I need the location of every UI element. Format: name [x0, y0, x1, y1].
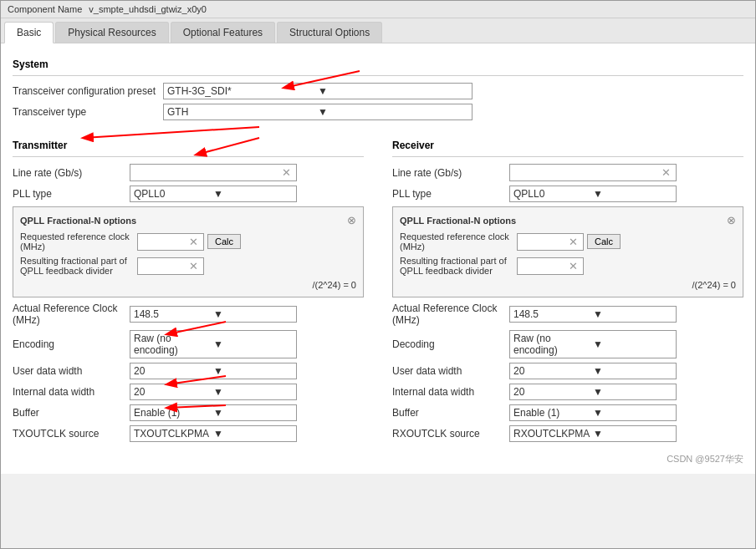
rx-req-ref-clock-label: Requested reference clock (MHz): [400, 231, 517, 252]
rx-formula: /(2^24) = 0: [400, 280, 736, 290]
tx-frac-part-label: Resulting fractional part of QPLL feedba…: [20, 256, 137, 276]
tx-user-data-width-select[interactable]: 20 ▼: [130, 363, 297, 379]
chevron-down-icon: ▼: [593, 338, 672, 350]
transceiver-type-row: Transceiver type GTH ▼: [13, 104, 743, 120]
tx-line-rate-input-wrap: 2.97 ✕: [130, 164, 297, 181]
tx-req-ref-clock-input[interactable]: 156.25: [141, 236, 187, 247]
tx-pll-type-select[interactable]: QPLL0 ▼: [130, 186, 297, 202]
tab-basic[interactable]: Basic: [4, 22, 54, 43]
tx-req-ref-clock-label: Requested reference clock (MHz): [20, 231, 137, 252]
tab-bar: Basic Physical Resources Optional Featur…: [1, 18, 755, 43]
rx-user-data-width-select[interactable]: 20 ▼: [509, 363, 677, 379]
rx-actual-ref-row: Actual Reference Clock (MHz) 148.5 ▼: [392, 302, 743, 326]
tx-txoutclk-row: TXOUTCLK source TXOUTCLKPMA ▼: [13, 425, 364, 442]
tx-qpll-box: QPLL Fractional-N options ⊗ Requested re…: [13, 206, 364, 297]
rx-line-rate-input-wrap: 2.97 ✕: [509, 164, 677, 181]
tx-line-rate-label: Line rate (Gb/s): [13, 167, 130, 179]
tx-encoding-select[interactable]: Raw (no encoding) ▼: [130, 330, 297, 358]
transmitter-receiver-layout: Transmitter Line rate (Gb/s) 2.97 ✕ PLL …: [13, 133, 743, 446]
tx-qpll-title-row: QPLL Fractional-N options ⊗: [20, 214, 356, 226]
tx-buffer-label: Buffer: [13, 407, 130, 419]
component-name-value: v_smpte_uhdsdi_gtwiz_x0y0: [89, 4, 207, 14]
tx-frac-part-input[interactable]: 0: [141, 261, 187, 271]
transceiver-type-label: Transceiver type: [13, 106, 163, 118]
rx-rxoutclk-row: RXOUTCLK source RXOUTCLKPMA ▼: [392, 425, 743, 442]
tx-req-ref-clock-row: Requested reference clock (MHz) 156.25 ✕…: [20, 231, 356, 252]
chevron-down-icon: ▼: [593, 407, 672, 419]
chevron-down-icon: ▼: [318, 85, 468, 97]
chevron-down-icon: ▼: [593, 308, 672, 320]
tx-line-rate-input[interactable]: 2.97: [134, 167, 280, 179]
tx-internal-data-width-row: Internal data width 20 ▼: [13, 384, 364, 400]
rx-qpll-title: QPLL Fractional-N options: [400, 216, 516, 226]
tx-req-ref-clock-field: 156.25 ✕: [137, 233, 204, 251]
transmitter-col: Transmitter Line rate (Gb/s) 2.97 ✕ PLL …: [13, 133, 364, 446]
rx-req-ref-clear-icon[interactable]: ✕: [567, 236, 580, 248]
tx-qpll-collapse-icon[interactable]: ⊗: [347, 214, 356, 226]
tx-user-data-width-label: User data width: [13, 365, 130, 377]
component-name-label: Component Name: [8, 4, 82, 14]
tx-req-ref-clock-input-wrap: 156.25 ✕ Calc: [137, 233, 241, 251]
tx-internal-data-width-select[interactable]: 20 ▼: [130, 384, 297, 400]
rx-line-rate-label: Line rate (Gb/s): [392, 167, 509, 179]
transceiver-type-select[interactable]: GTH ▼: [163, 104, 472, 120]
tx-pll-type-row: PLL type QPLL0 ▼: [13, 186, 364, 202]
rx-rxoutclk-select[interactable]: RXOUTCLKPMA ▼: [509, 425, 677, 442]
rx-rxoutclk-label: RXOUTCLK source: [392, 428, 509, 440]
transceiver-preset-select[interactable]: GTH-3G_SDI* ▼: [163, 83, 472, 99]
system-section-title: System: [13, 58, 743, 70]
rx-req-ref-clock-input[interactable]: 156.25: [521, 236, 567, 247]
rx-calc-button[interactable]: Calc: [587, 234, 621, 249]
title-bar: Component Name v_smpte_uhdsdi_gtwiz_x0y0: [1, 1, 755, 18]
chevron-down-icon: ▼: [213, 338, 293, 350]
rx-pll-type-select[interactable]: QPLL0 ▼: [509, 186, 677, 202]
receiver-col: Receiver Line rate (Gb/s) 2.97 ✕ PLL typ…: [392, 133, 743, 446]
watermark: CSDN @9527华安: [13, 453, 743, 465]
tx-qpll-title: QPLL Fractional-N options: [20, 216, 136, 226]
tab-physical-resources[interactable]: Physical Resources: [55, 22, 168, 43]
rx-internal-data-width-row: Internal data width 20 ▼: [392, 384, 743, 400]
rx-internal-data-width-select[interactable]: 20 ▼: [509, 384, 677, 400]
rx-frac-part-label: Resulting fractional part of QPLL feedba…: [400, 256, 517, 276]
tx-actual-ref-select[interactable]: 148.5 ▼: [130, 306, 297, 323]
tx-encoding-row: Encoding Raw (no encoding) ▼: [13, 330, 364, 358]
tx-buffer-row: Buffer Enable (1) ▼: [13, 404, 364, 421]
chevron-down-icon: ▼: [593, 188, 672, 200]
rx-buffer-select[interactable]: Enable (1) ▼: [509, 404, 677, 421]
rx-line-rate-input[interactable]: 2.97: [513, 167, 660, 179]
chevron-down-icon: ▼: [213, 188, 293, 200]
chevron-down-icon: ▼: [593, 386, 672, 398]
receiver-section-title: Receiver: [392, 140, 743, 151]
tab-content: System Transceiver configuration preset …: [1, 43, 755, 474]
transceiver-preset-row: Transceiver configuration preset GTH-3G_…: [13, 83, 743, 99]
tx-txoutclk-select[interactable]: TXOUTCLKPMA ▼: [130, 425, 297, 442]
rx-buffer-label: Buffer: [392, 407, 509, 419]
rx-req-ref-clock-field: 156.25 ✕: [517, 233, 584, 251]
chevron-down-icon: ▼: [213, 386, 293, 398]
rx-qpll-collapse-icon[interactable]: ⊗: [727, 214, 736, 226]
rx-pll-type-row: PLL type QPLL0 ▼: [392, 186, 743, 202]
rx-decoding-select[interactable]: Raw (no encoding) ▼: [509, 330, 677, 358]
rx-frac-clear-icon[interactable]: ✕: [567, 260, 580, 272]
tx-frac-clear-icon[interactable]: ✕: [187, 260, 200, 272]
tx-calc-button[interactable]: Calc: [207, 234, 241, 249]
tx-frac-part-field: 0 ✕: [137, 257, 204, 275]
tx-actual-ref-label: Actual Reference Clock (MHz): [13, 302, 130, 326]
transmitter-section-title: Transmitter: [13, 140, 364, 151]
tx-internal-data-width-label: Internal data width: [13, 386, 130, 398]
system-section: System Transceiver configuration preset …: [13, 58, 743, 120]
rx-decoding-row: Decoding Raw (no encoding) ▼: [392, 330, 743, 358]
tx-actual-ref-row: Actual Reference Clock (MHz) 148.5 ▼: [13, 302, 364, 326]
tab-optional-features[interactable]: Optional Features: [171, 22, 275, 43]
rx-frac-part-input[interactable]: 0: [521, 261, 567, 271]
tx-line-rate-clear-icon[interactable]: ✕: [280, 166, 293, 179]
tab-structural-options[interactable]: Structural Options: [277, 22, 382, 43]
rx-actual-ref-label: Actual Reference Clock (MHz): [392, 302, 509, 326]
rx-line-rate-clear-icon[interactable]: ✕: [660, 166, 672, 179]
rx-actual-ref-select[interactable]: 148.5 ▼: [509, 306, 677, 323]
tx-frac-part-row: Resulting fractional part of QPLL feedba…: [20, 256, 356, 276]
tx-buffer-select[interactable]: Enable (1) ▼: [130, 404, 297, 421]
rx-line-rate-row: Line rate (Gb/s) 2.97 ✕: [392, 164, 743, 181]
tx-req-ref-clear-icon[interactable]: ✕: [187, 236, 200, 248]
rx-buffer-row: Buffer Enable (1) ▼: [392, 404, 743, 421]
